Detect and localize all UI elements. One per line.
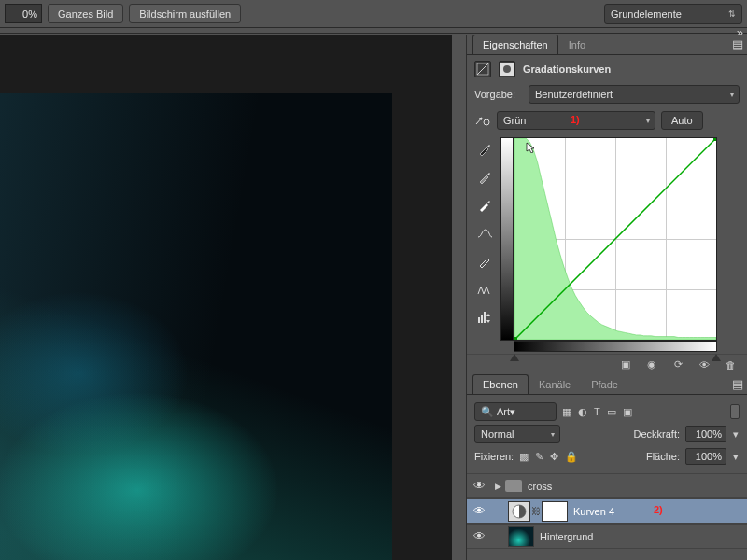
pencil-tool-icon[interactable] bbox=[476, 253, 493, 270]
layers-tabs: Ebenen Kanäle Pfade ▤ bbox=[467, 374, 747, 395]
properties-header: Gradationskurven bbox=[467, 55, 747, 81]
fit-whole-button[interactable]: Ganzes Bild bbox=[48, 4, 123, 23]
svg-rect-10 bbox=[713, 138, 716, 141]
eyedropper-gray-icon[interactable] bbox=[476, 169, 493, 186]
adjustment-title: Gradationskurven bbox=[523, 63, 611, 75]
options-bar: Ganzes Bild Bildschirm ausfüllen Grundel… bbox=[0, 0, 747, 28]
layer-name[interactable]: Hintergrund bbox=[540, 531, 593, 542]
svg-point-3 bbox=[503, 65, 511, 73]
fill-label: Fläche: bbox=[646, 451, 680, 462]
clip-to-layer-icon[interactable]: ▣ bbox=[618, 357, 633, 372]
toggle-visibility-icon[interactable]: 👁 bbox=[697, 357, 712, 372]
annotation-1: 1) bbox=[571, 114, 580, 125]
tab-paths[interactable]: Pfade bbox=[581, 374, 628, 394]
tab-properties[interactable]: Eigenschaften bbox=[472, 35, 558, 54]
lock-all-icon[interactable]: 🔒 bbox=[565, 451, 578, 463]
lock-position-icon[interactable]: ✥ bbox=[550, 451, 558, 463]
svg-rect-6 bbox=[481, 315, 483, 323]
chevron-down-icon: ▾ bbox=[646, 117, 650, 125]
chevron-down-icon: ▾ bbox=[551, 430, 555, 439]
preset-select[interactable]: Benutzerdefiniert ▾ bbox=[529, 85, 740, 104]
chevron-down-icon[interactable]: ▾ bbox=[732, 428, 740, 441]
layer-thumb[interactable] bbox=[508, 526, 534, 547]
output-gradient bbox=[500, 137, 514, 341]
annotation-2: 2) bbox=[654, 504, 663, 515]
opacity-label: Deckkraft: bbox=[634, 428, 681, 440]
panel-menu-icon[interactable]: ▤ bbox=[732, 37, 743, 51]
tab-info[interactable]: Info bbox=[558, 35, 596, 54]
eyedropper-white-icon[interactable] bbox=[476, 197, 493, 214]
tab-channels[interactable]: Kanäle bbox=[529, 374, 581, 394]
curves-graph[interactable] bbox=[500, 137, 717, 352]
black-point-slider[interactable] bbox=[510, 354, 519, 361]
workspace-select[interactable]: Grundelemente ⇅ bbox=[604, 4, 742, 24]
mask-thumb[interactable] bbox=[542, 501, 568, 522]
lock-label: Fixieren: bbox=[474, 451, 514, 462]
lock-transparent-icon[interactable]: ▩ bbox=[519, 451, 529, 463]
filter-type-icon[interactable]: T bbox=[594, 406, 600, 417]
image-canvas bbox=[0, 93, 392, 560]
link-icon[interactable]: ⛓ bbox=[530, 506, 542, 516]
layer-background-row[interactable]: 👁 Hintergrund bbox=[467, 524, 747, 549]
properties-tabs: Eigenschaften Info ▤ bbox=[467, 35, 747, 55]
filter-toggle[interactable] bbox=[730, 404, 740, 419]
chevron-updown-icon: ⇅ bbox=[728, 9, 736, 19]
filter-adjust-icon[interactable]: ◐ bbox=[578, 406, 587, 418]
visibility-toggle[interactable]: 👁 bbox=[467, 529, 491, 543]
layer-group-row[interactable]: 👁 ▶ cross bbox=[467, 473, 747, 498]
curve-point-tool-icon[interactable] bbox=[476, 225, 493, 242]
fill-field[interactable] bbox=[685, 448, 726, 465]
search-icon: 🔍 bbox=[481, 406, 494, 418]
curves-tools bbox=[474, 137, 495, 352]
histogram-options-icon[interactable] bbox=[476, 309, 493, 326]
filter-smart-icon[interactable]: ▣ bbox=[623, 406, 632, 418]
eyedropper-black-icon[interactable] bbox=[476, 141, 493, 158]
layers-list: 👁 ▶ cross 👁 ⛓ Kurven 4 2) 👁 Hintergrund bbox=[467, 473, 747, 549]
chevron-down-icon[interactable]: ▾ bbox=[732, 451, 740, 463]
tab-layers[interactable]: Ebenen bbox=[472, 374, 529, 394]
svg-rect-9 bbox=[514, 337, 517, 340]
filter-shape-icon[interactable]: ▭ bbox=[607, 406, 616, 418]
svg-point-4 bbox=[484, 119, 489, 125]
layer-filter-select[interactable]: 🔍 Art ▾ bbox=[474, 402, 557, 421]
cursor-arrow-icon bbox=[526, 142, 537, 153]
curve-grid[interactable] bbox=[514, 137, 717, 341]
mask-icon bbox=[499, 61, 515, 77]
workspace-label: Grundelemente bbox=[611, 8, 682, 20]
lock-pixels-icon[interactable]: ✎ bbox=[535, 451, 543, 463]
visibility-toggle[interactable]: 👁 bbox=[467, 479, 491, 493]
adjustment-thumb[interactable] bbox=[508, 501, 530, 522]
delete-adjustment-icon[interactable]: 🗑 bbox=[723, 357, 738, 372]
canvas-area[interactable] bbox=[0, 35, 452, 560]
smooth-tool-icon[interactable] bbox=[476, 281, 493, 298]
visibility-toggle[interactable]: 👁 bbox=[467, 504, 491, 518]
layer-adjustment-row[interactable]: 👁 ⛓ Kurven 4 2) bbox=[467, 498, 747, 524]
curves-adjustment-icon bbox=[474, 61, 491, 77]
layer-name[interactable]: Kurven 4 bbox=[573, 506, 614, 517]
svg-rect-7 bbox=[484, 312, 486, 323]
auto-button[interactable]: Auto bbox=[661, 111, 703, 130]
layer-name[interactable]: cross bbox=[528, 481, 552, 492]
svg-rect-5 bbox=[478, 317, 480, 323]
preset-label: Vorgabe: bbox=[474, 89, 523, 100]
blend-mode-select[interactable]: Normal ▾ bbox=[474, 425, 560, 443]
chevron-down-icon: ▾ bbox=[510, 406, 515, 418]
expand-arrow-icon[interactable]: ▶ bbox=[491, 482, 505, 491]
opacity-field[interactable] bbox=[685, 426, 726, 442]
zoom-field[interactable] bbox=[5, 4, 42, 23]
channel-select[interactable]: Grün ▾ 1) bbox=[497, 111, 655, 130]
lock-icons: ▩ ✎ ✥ 🔒 bbox=[519, 451, 578, 463]
chevron-down-icon: ▾ bbox=[730, 91, 734, 99]
svg-line-8 bbox=[514, 138, 716, 340]
view-previous-icon[interactable]: ◉ bbox=[644, 357, 659, 372]
reset-icon[interactable]: ⟳ bbox=[670, 357, 685, 372]
target-adjustment-icon[interactable] bbox=[474, 112, 491, 129]
panel-menu-icon[interactable]: ▤ bbox=[732, 377, 743, 391]
input-gradient bbox=[514, 341, 717, 352]
filter-pixel-icon[interactable]: ▦ bbox=[562, 406, 571, 418]
white-point-slider[interactable] bbox=[712, 354, 721, 361]
fill-screen-button[interactable]: Bildschirm ausfüllen bbox=[129, 4, 241, 23]
properties-footer: ▣ ◉ ⟳ 👁 🗑 bbox=[467, 354, 747, 374]
folder-icon bbox=[505, 480, 522, 492]
